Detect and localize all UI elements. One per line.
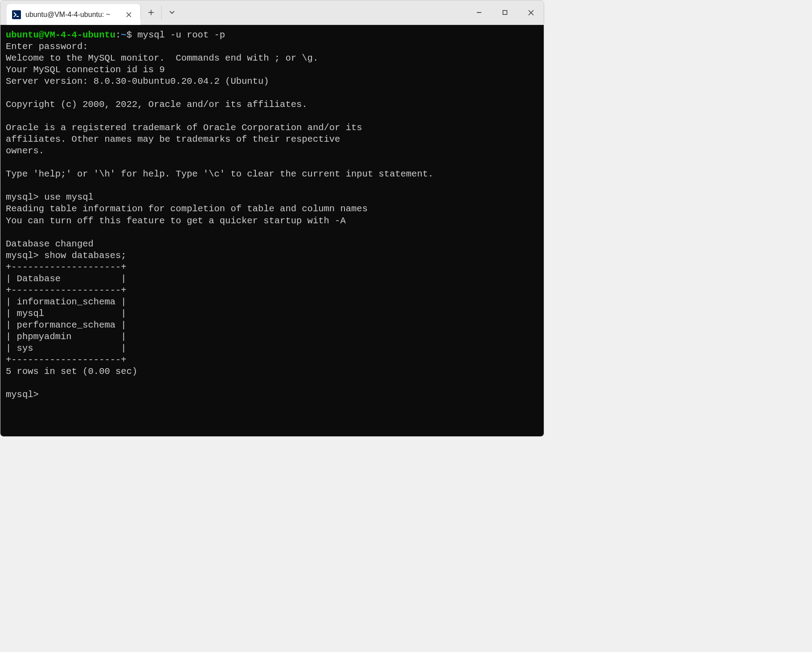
line-welcome: Welcome to the MySQL monitor. Commands e… (6, 53, 318, 63)
mysql-prompt-1: mysql> (6, 192, 39, 202)
maximize-button[interactable] (492, 0, 518, 25)
tab-dropdown-button[interactable] (162, 0, 182, 25)
line-enter-password: Enter password: (6, 41, 88, 52)
prompt-user-host: ubuntu@VM-4-4-ubuntu (6, 30, 115, 40)
table-row: | performance_schema | (6, 320, 127, 330)
svg-rect-0 (503, 11, 507, 15)
table-border-mid: +--------------------+ (6, 285, 127, 295)
table-row: | information_schema | (6, 297, 127, 307)
line-server-version: Server version: 8.0.30-0ubuntu0.20.04.2 … (6, 76, 269, 86)
plus-icon (148, 9, 154, 16)
line-help: Type 'help;' or '\h' for help. Type '\c'… (6, 169, 434, 179)
cmd-mysql-login: mysql -u root -p (137, 30, 225, 40)
line-reading: Reading table information for completion… (6, 204, 368, 214)
line-trademark1: Oracle is a registered trademark of Orac… (6, 123, 362, 133)
mysql-prompt-2: mysql> (6, 250, 39, 261)
tab-active[interactable]: ubuntu@VM-4-4-ubuntu: ~ (7, 4, 140, 25)
minimize-icon (476, 10, 482, 15)
powershell-icon (12, 10, 21, 19)
new-tab-button[interactable] (141, 0, 161, 25)
tab-close-button[interactable] (123, 9, 134, 20)
maximize-icon (502, 10, 508, 15)
line-db-changed: Database changed (6, 239, 94, 249)
tab-title: ubuntu@VM-4-4-ubuntu: ~ (25, 11, 119, 19)
line-copyright: Copyright (c) 2000, 2022, Oracle and/or … (6, 99, 308, 110)
table-border-top: +--------------------+ (6, 262, 127, 272)
cmd-use-mysql: use mysql (44, 192, 94, 202)
cmd-show-databases: show databases; (44, 250, 127, 261)
prompt-sep: : (115, 30, 121, 40)
table-header: | Database | (6, 274, 127, 284)
prompt-path: ~ (121, 30, 126, 40)
close-icon (126, 12, 131, 17)
chevron-down-icon (169, 10, 175, 15)
titlebar: ubuntu@VM-4-4-ubuntu: ~ (0, 0, 544, 25)
prompt-symbol: $ (127, 30, 132, 40)
window-controls (466, 0, 544, 25)
line-turn-off: You can turn off this feature to get a q… (6, 216, 346, 226)
minimize-button[interactable] (466, 0, 492, 25)
close-icon (528, 10, 534, 16)
table-row: | mysql | (6, 308, 127, 319)
line-trademark3: owners. (6, 146, 44, 156)
close-window-button[interactable] (518, 0, 544, 25)
table-row: | sys | (6, 343, 127, 353)
titlebar-drag-region[interactable] (182, 0, 466, 25)
table-border-bot: +--------------------+ (6, 355, 127, 365)
mysql-prompt-3: mysql> (6, 390, 39, 400)
table-row: | phpmyadmin | (6, 332, 127, 342)
terminal-body[interactable]: ubuntu@VM-4-4-ubuntu:~$ mysql -u root -p… (0, 25, 544, 436)
table-footer: 5 rows in set (0.00 sec) (6, 366, 137, 377)
line-trademark2: affiliates. Other names may be trademark… (6, 134, 340, 144)
line-conn-id: Your MySQL connection id is 9 (6, 65, 165, 75)
